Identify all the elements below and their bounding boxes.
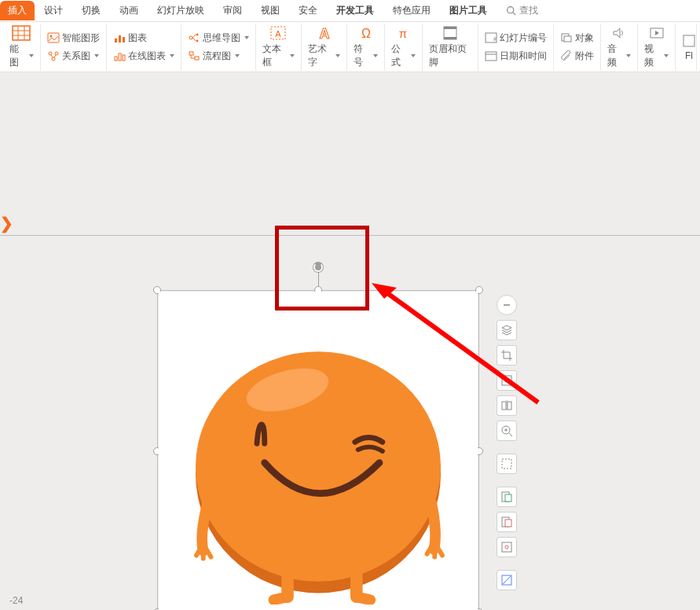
attachment-label: 附件 [575,50,594,63]
float-resize-button[interactable] [497,370,517,391]
mindmap-button[interactable]: 思维导图 [186,30,251,46]
video-button[interactable]: 视频 [638,24,676,71]
tab-animation[interactable]: 动画 [110,1,148,20]
relation-icon [47,50,60,61]
headerfooter-button[interactable]: 页眉和页脚 [423,24,478,71]
float-flip-button[interactable] [497,395,517,416]
svg-text:π: π [399,27,407,40]
ribbon: 能图 智能图形 关系图 图表 在线图表 思维导图 流程图 A [0,22,700,72]
float-minimize-button[interactable] [497,295,517,315]
svg-point-0 [508,7,514,13]
svg-text:Ω: Ω [361,27,371,40]
svg-rect-7 [48,33,59,42]
svg-rect-37 [486,52,497,61]
video-label: 视频 [644,42,661,69]
svg-point-10 [55,52,58,55]
flash-label: Fl [685,50,693,61]
flowchart-icon [188,50,200,61]
video-icon [648,25,665,41]
svg-rect-64 [502,542,511,552]
svg-rect-2 [13,26,30,40]
slide-number-button[interactable]: # 幻灯片编号 [483,30,548,46]
smart-graphics-label: 智能图形 [62,31,100,45]
textbox-button[interactable]: A 文本框 [256,24,302,71]
svg-point-8 [49,35,52,38]
tab-design[interactable]: 设计 [35,1,72,20]
float-zoom-button[interactable] [497,421,517,441]
flowchart-label: 流程图 [203,50,231,63]
chart-button[interactable]: 图表 [112,30,176,46]
attachment-button[interactable]: 附件 [559,48,596,64]
svg-rect-52 [502,402,506,410]
textbox-label: 文本框 [262,42,287,69]
save-image-icon [500,516,513,528]
minus-icon [502,300,511,310]
svg-rect-26 [195,57,199,60]
chart-label: 图表 [128,31,147,45]
resize-icon [500,374,513,387]
svg-point-9 [49,52,52,55]
relation-diagram-button[interactable]: 关系图 [46,48,101,64]
textbox-icon: A [269,25,287,41]
svg-rect-15 [119,35,121,42]
float-save-image-button[interactable] [497,512,517,532]
svg-rect-18 [119,53,121,61]
float-select-button[interactable] [497,454,517,474]
svg-point-65 [505,546,508,549]
smart-graphics-button[interactable]: 智能图形 [46,30,101,46]
online-chart-button[interactable]: 在线图表 [112,48,176,64]
svg-point-20 [189,36,192,39]
tab-featured-apps[interactable]: 特色应用 [383,1,440,20]
float-layers-button[interactable] [497,320,517,340]
float-export-button[interactable] [497,487,517,507]
selected-image-container[interactable] [157,290,479,610]
svg-line-22 [192,38,196,41]
svg-line-21 [192,35,196,38]
datetime-button[interactable]: 日期和时间 [483,48,548,64]
status-text: -24 [9,595,23,606]
flash-icon [682,33,696,49]
search-box[interactable]: 查找 [497,1,548,20]
svg-text:A: A [276,29,282,39]
symbol-button[interactable]: Ω 符号 [347,24,385,71]
zoom-icon [500,424,513,437]
svg-marker-50 [502,325,511,330]
symbol-icon: Ω [357,25,375,41]
svg-rect-34 [444,37,456,39]
tab-review[interactable]: 审阅 [214,1,251,20]
ribbon-col-3: 思维导图 流程图 [181,24,256,71]
tab-developer[interactable]: 开发工具 [327,1,383,20]
svg-text:A: A [319,26,329,41]
annotation-rect [275,226,369,311]
tab-insert[interactable]: 插入 [0,1,35,20]
ribbon-col-6: # 幻灯片编号 日期和时间 [478,24,554,71]
float-crop-button[interactable] [497,345,517,366]
tab-view[interactable]: 视图 [251,1,289,20]
svg-rect-17 [115,57,117,61]
wordart-icon: A [316,25,333,41]
flash-button[interactable]: Fl [676,24,697,71]
mindmap-icon [188,32,200,43]
relation-diagram-label: 关系图 [62,50,90,63]
wordart-button[interactable]: A 艺术字 [302,24,347,71]
ribbon-big-left[interactable]: 能图 [3,24,41,71]
svg-rect-19 [123,55,125,61]
float-settings-button[interactable] [497,537,517,557]
tab-slideshow[interactable]: 幻灯片放映 [148,1,214,20]
flowchart-button[interactable]: 流程图 [186,48,251,64]
object-button[interactable]: 对象 [559,30,596,46]
mindmap-label: 思维导图 [203,31,240,45]
float-none-button[interactable] [497,570,517,590]
formula-icon: π [394,25,412,41]
crop-icon [500,349,513,362]
tab-transition[interactable]: 切换 [72,1,110,20]
audio-button[interactable]: 音频 [601,24,639,71]
tab-security[interactable]: 安全 [289,1,327,20]
headerfooter-label: 页眉和页脚 [429,42,471,69]
tab-picture-tools[interactable]: 图片工具 [440,1,497,20]
object-label: 对象 [575,31,594,45]
svg-rect-63 [505,520,511,527]
formula-button[interactable]: π 公式 [385,24,423,71]
datetime-label: 日期和时间 [500,50,547,63]
export-icon [500,491,513,503]
